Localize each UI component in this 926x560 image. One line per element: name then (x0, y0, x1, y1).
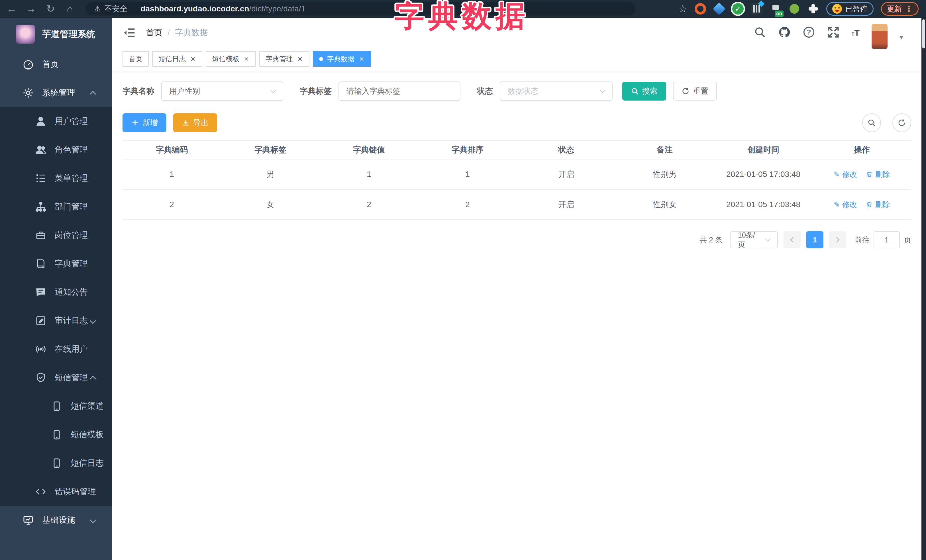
cell-status: 开启 (517, 199, 616, 210)
tab-label: 字典数据 (327, 54, 354, 63)
edit-icon: ✎ (834, 200, 840, 209)
breadcrumb-home[interactable]: 首页 (146, 27, 162, 38)
scrollbar-thumb[interactable] (922, 20, 925, 48)
edit-link[interactable]: ✎修改 (834, 169, 857, 180)
dict-name-select[interactable]: 用户性别 (161, 82, 283, 101)
sidebar-item-短信模板[interactable]: 短信模板 (0, 420, 112, 449)
breadcrumb: 首页 / 字典数据 (146, 27, 208, 38)
sidebar-item-首页[interactable]: 首页 (0, 50, 112, 78)
sidebar-item-短信渠道[interactable]: 短信渠道 (0, 392, 112, 420)
current-page-button[interactable]: 1 (806, 231, 823, 248)
dict-name-label: 字典名称 (123, 86, 154, 97)
close-icon[interactable] (243, 56, 250, 62)
tab-首页[interactable]: 首页 (123, 51, 149, 66)
back-icon[interactable]: ← (4, 1, 20, 17)
sidebar-item-角色管理[interactable]: 角色管理 (0, 136, 112, 164)
close-icon[interactable] (359, 56, 365, 62)
sidebar-item-短信日志[interactable]: 短信日志 (0, 449, 112, 477)
chrome-update-button[interactable]: 更新 ⋮ (881, 2, 918, 16)
goto-page-input[interactable] (873, 231, 900, 248)
search-button[interactable]: 搜索 (622, 82, 666, 101)
fullscreen-icon[interactable] (827, 26, 840, 39)
sidebar-item-审计日志[interactable]: 审计日志 (0, 306, 112, 335)
tab-短信模板[interactable]: 短信模板 (206, 51, 256, 66)
sidebar-item-label: 用户管理 (55, 116, 88, 127)
sidebar-item-在线用户[interactable]: 在线用户 (0, 335, 112, 364)
edit-link[interactable]: ✎修改 (834, 200, 857, 210)
sidebar-item-部门管理[interactable]: 部门管理 (0, 193, 112, 221)
extension-vpn-icon[interactable]: on (770, 3, 781, 15)
sidebar-menu: 首页系统管理用户管理角色管理菜单管理部门管理岗位管理字典管理通知公告审计日志在线… (0, 50, 112, 534)
tab-字典数据[interactable]: 字典数据 (313, 51, 371, 66)
extension-orange-icon[interactable] (694, 3, 706, 15)
security-warning[interactable]: ⚠ 不安全 (94, 4, 127, 14)
bookmark-star-icon[interactable]: ☆ (678, 3, 687, 15)
profile-paused-badge[interactable]: 已暂停 (826, 2, 873, 16)
cell-label: 男 (221, 169, 320, 180)
reset-button[interactable]: 重置 (673, 82, 717, 101)
next-page-button[interactable] (829, 231, 846, 248)
active-tab-dot (319, 57, 323, 61)
user-avatar[interactable] (872, 24, 888, 49)
sidebar-item-系统管理[interactable]: 系统管理 (0, 78, 112, 107)
chevron-left-icon (790, 237, 796, 243)
breadcrumb-separator: / (168, 28, 170, 38)
chevron-up-icon (90, 376, 96, 382)
sidebar-item-菜单管理[interactable]: 菜单管理 (0, 164, 112, 193)
sidebar-item-字典管理[interactable]: 字典管理 (0, 249, 112, 278)
gear-icon (22, 87, 34, 99)
browser-menu-icon[interactable]: ⋮ (905, 5, 912, 14)
sidebar-item-错误码管理[interactable]: 错误码管理 (0, 477, 112, 506)
sidebar-fold-icon[interactable] (123, 26, 136, 39)
online-users-icon (35, 343, 47, 355)
extension-sliders-icon[interactable] (751, 3, 763, 15)
delete-link[interactable]: 删除 (865, 200, 890, 210)
github-icon[interactable] (778, 26, 791, 39)
url-path: /dict/type/data/1 (249, 4, 306, 14)
dict-tag-input[interactable] (346, 87, 452, 96)
status-select[interactable]: 数据状态 (500, 82, 613, 101)
font-size-icon[interactable]: тT (852, 28, 859, 38)
sidebar-item-通知公告[interactable]: 通知公告 (0, 278, 112, 306)
puzzle-extensions-icon[interactable] (808, 3, 819, 15)
add-button[interactable]: 新增 (123, 113, 166, 132)
sidebar-item-用户管理[interactable]: 用户管理 (0, 107, 112, 136)
help-icon[interactable]: ? (803, 26, 815, 39)
home-icon[interactable]: ⌂ (62, 1, 77, 17)
page-size-select[interactable]: 10条/页 (730, 231, 778, 248)
pagination: 共 2 条 10条/页 1 前往 页 (123, 231, 911, 248)
close-icon[interactable] (190, 56, 196, 62)
window-scrollbar[interactable] (921, 18, 926, 560)
forward-icon[interactable]: → (23, 1, 39, 17)
refresh-table-button[interactable] (893, 113, 911, 132)
shield-check-icon (35, 372, 47, 384)
sidebar-logo[interactable]: 芋道管理系统 (0, 18, 112, 50)
delete-link[interactable]: 删除 (865, 169, 890, 180)
prev-page-button[interactable] (784, 231, 800, 248)
sidebar-item-基础设施[interactable]: 基础设施 (0, 506, 112, 534)
cell-remark: 性别女 (616, 199, 714, 210)
extension-gem-icon[interactable] (713, 2, 725, 15)
tab-字典管理[interactable]: 字典管理 (259, 51, 309, 66)
magnifier-icon (631, 87, 639, 95)
export-button[interactable]: 导出 (173, 113, 217, 132)
tab-短信日志[interactable]: 短信日志 (152, 51, 202, 66)
extension-green-icon[interactable] (790, 4, 799, 14)
address-bar[interactable]: ⚠ 不安全 dashboard.yudao.iocoder.cn /dict/t… (85, 2, 635, 15)
close-icon[interactable] (297, 56, 303, 62)
extension-check-icon[interactable]: ✓ (732, 3, 744, 15)
sidebar-item-岗位管理[interactable]: 岗位管理 (0, 221, 112, 249)
breadcrumb-current: 字典数据 (175, 27, 208, 38)
chevron-down-icon[interactable]: ▾ (899, 33, 903, 42)
toggle-search-button[interactable] (862, 113, 881, 132)
reload-icon[interactable]: ↻ (43, 1, 58, 17)
sidebar-item-label: 部门管理 (55, 201, 88, 213)
cell-status: 开启 (517, 169, 616, 180)
sidebar-item-label: 首页 (42, 59, 59, 70)
cell-remark: 性别男 (616, 169, 714, 180)
screen: ← → ↻ ⌂ ⚠ 不安全 dashboard.yudao.iocoder.cn… (0, 0, 926, 560)
sidebar-item-短信管理[interactable]: 短信管理 (0, 364, 112, 392)
sidebar-item-label: 短信日志 (71, 457, 104, 469)
sidebar-item-label: 菜单管理 (55, 173, 88, 184)
search-icon[interactable] (754, 26, 766, 39)
